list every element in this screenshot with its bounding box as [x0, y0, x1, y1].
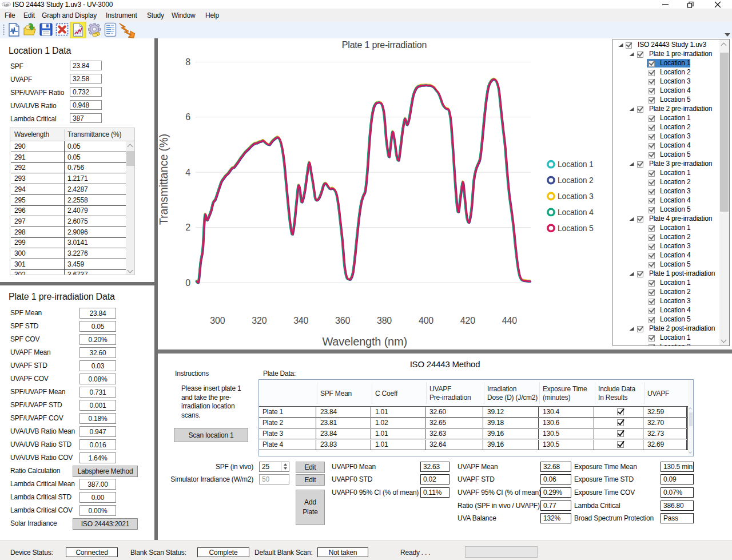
svg-text:400: 400: [419, 316, 433, 325]
svg-text:440: 440: [502, 316, 517, 325]
svg-text:Transmittance (%): Transmittance (%): [158, 134, 170, 225]
svg-text:360: 360: [335, 316, 350, 325]
svg-text:340: 340: [293, 316, 308, 325]
svg-text:Location 1: Location 1: [558, 160, 594, 169]
svg-text:4: 4: [185, 168, 190, 177]
svg-text:6: 6: [185, 112, 190, 122]
svg-text:Wavelength (nm): Wavelength (nm): [322, 335, 407, 348]
svg-text:2: 2: [185, 223, 190, 232]
svg-text:Location 2: Location 2: [558, 176, 594, 185]
svg-text:380: 380: [377, 316, 392, 325]
svg-text:8: 8: [185, 57, 190, 67]
svg-text:320: 320: [252, 316, 266, 325]
svg-text:Location 5: Location 5: [558, 224, 594, 233]
svg-text:Location 3: Location 3: [558, 192, 594, 201]
svg-text:Plate 1 pre-irradiation: Plate 1 pre-irradiation: [342, 40, 427, 50]
svg-text:0: 0: [185, 278, 190, 288]
svg-text:Lab: Lab: [4, 3, 9, 6]
svg-text:420: 420: [460, 316, 475, 325]
svg-text:300: 300: [210, 316, 225, 325]
svg-text:Location 4: Location 4: [558, 208, 594, 217]
